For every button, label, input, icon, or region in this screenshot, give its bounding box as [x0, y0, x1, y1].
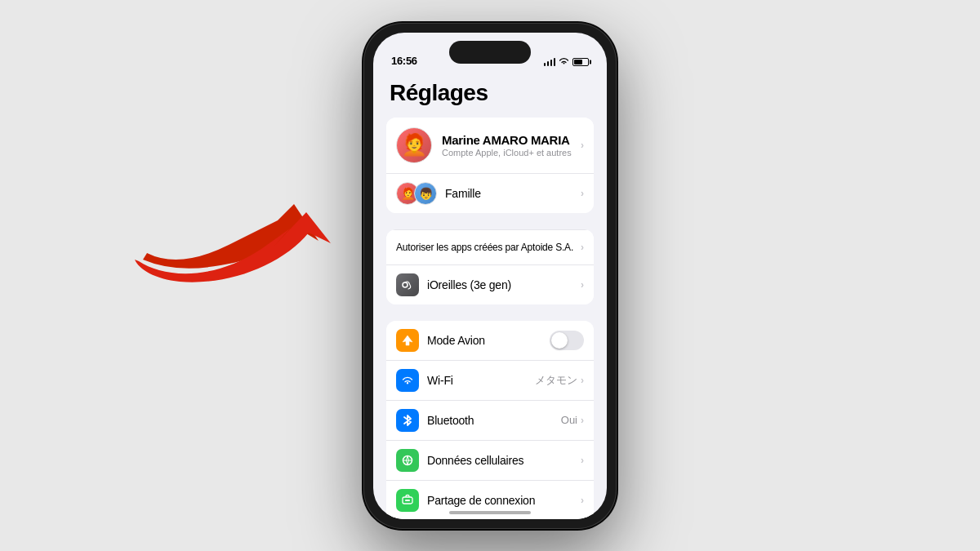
- autoriser-group: Autoriser les apps créées par Aptoide S.…: [373, 229, 607, 304]
- toggle-knob: [551, 332, 568, 349]
- famille-chevron: ›: [581, 188, 584, 199]
- ioreilles-chevron: ›: [581, 279, 584, 291]
- partage-chevron: ›: [581, 495, 584, 506]
- wifi-label: Wi-Fi: [427, 374, 453, 387]
- donnees-content: Données cellulaires ›: [427, 454, 584, 467]
- wifi-status-icon: [559, 57, 569, 67]
- mode-avion-toggle[interactable]: [550, 331, 584, 350]
- wifi-value: メタモン: [535, 373, 577, 388]
- mode-avion-content: Mode Avion: [427, 331, 584, 350]
- donnees-row[interactable]: Données cellulaires ›: [386, 441, 594, 481]
- svg-rect-3: [405, 500, 410, 501]
- mode-avion-row[interactable]: Mode Avion: [386, 321, 594, 361]
- profile-list: 🧑‍🦰 Marine AMARO MARIA Compte Apple, iCl…: [386, 118, 594, 213]
- mode-avion-icon: [396, 329, 419, 352]
- page-title: Réglages: [373, 72, 607, 118]
- bluetooth-right: Oui ›: [561, 414, 584, 426]
- ioreilles-row[interactable]: iOreilles (3e gen) ›: [386, 265, 594, 304]
- donnees-icon: [396, 449, 419, 472]
- bluetooth-row[interactable]: Bluetooth Oui ›: [386, 401, 594, 441]
- wifi-chevron: ›: [581, 375, 584, 386]
- partage-icon: [396, 489, 419, 512]
- autoriser-chevron: ›: [581, 242, 584, 253]
- autoriser-row[interactable]: Autoriser les apps créées par Aptoide S.…: [386, 229, 594, 265]
- red-arrow: [131, 188, 343, 294]
- wifi-icon: [396, 369, 419, 392]
- famille-label: Famille: [445, 187, 481, 200]
- bluetooth-value: Oui: [561, 414, 577, 426]
- profile-name: Marine AMARO MARIA: [442, 133, 581, 147]
- autoriser-label: Autoriser les apps créées par Aptoide S.…: [396, 242, 573, 253]
- ioreilles-icon: [396, 273, 419, 296]
- wifi-right: メタモン ›: [535, 373, 584, 388]
- home-bar: [449, 511, 531, 514]
- bluetooth-chevron: ›: [581, 415, 584, 426]
- avatar: 🧑‍🦰: [396, 127, 432, 163]
- famille-avatars: 🧑‍🦰 👦: [396, 182, 437, 205]
- bluetooth-content: Bluetooth Oui ›: [427, 414, 584, 427]
- autoriser-list: Autoriser les apps créées par Aptoide S.…: [386, 229, 594, 304]
- famille-row[interactable]: 🧑‍🦰 👦 Famille ›: [386, 174, 594, 213]
- ioreilles-label: iOreilles (3e gen): [427, 278, 511, 291]
- profile-info: Marine AMARO MARIA Compte Apple, iCloud+…: [442, 133, 581, 158]
- battery-icon: [572, 58, 589, 66]
- scene: 16:56: [0, 0, 980, 551]
- scroll-content[interactable]: Réglages 🧑‍🦰 Marine AMARO MARIA Compte A…: [373, 33, 607, 519]
- connectivity-group: Mode Avion: [373, 321, 607, 519]
- donnees-label: Données cellulaires: [427, 454, 523, 467]
- screen: 16:56: [373, 33, 607, 519]
- fam-avatar-2: 👦: [414, 182, 437, 205]
- svg-point-0: [403, 282, 408, 287]
- ioreilles-content: iOreilles (3e gen) ›: [427, 278, 584, 291]
- autoriser-content: Autoriser les apps créées par Aptoide S.…: [396, 242, 584, 253]
- famille-content: Famille ›: [445, 187, 584, 200]
- profile-subtitle: Compte Apple, iCloud+ et autres: [442, 148, 581, 158]
- dynamic-island: [449, 41, 531, 64]
- profile-row[interactable]: 🧑‍🦰 Marine AMARO MARIA Compte Apple, iCl…: [386, 118, 594, 174]
- partage-label: Partage de connexion: [427, 494, 535, 507]
- wifi-content: Wi-Fi メタモン ›: [427, 373, 584, 388]
- wifi-row[interactable]: Wi-Fi メタモン ›: [386, 361, 594, 401]
- bluetooth-icon: [396, 409, 419, 432]
- status-time: 16:56: [391, 55, 417, 67]
- donnees-chevron: ›: [581, 455, 584, 466]
- iphone-frame: 16:56: [363, 23, 617, 529]
- connectivity-list: Mode Avion: [386, 321, 594, 519]
- bluetooth-label: Bluetooth: [427, 414, 474, 427]
- status-icons: [544, 57, 590, 67]
- profile-chevron: ›: [581, 140, 584, 151]
- partage-content: Partage de connexion ›: [427, 494, 584, 507]
- profile-group: 🧑‍🦰 Marine AMARO MARIA Compte Apple, iCl…: [373, 118, 607, 213]
- signal-icon: [544, 58, 556, 66]
- mode-avion-label: Mode Avion: [427, 334, 485, 347]
